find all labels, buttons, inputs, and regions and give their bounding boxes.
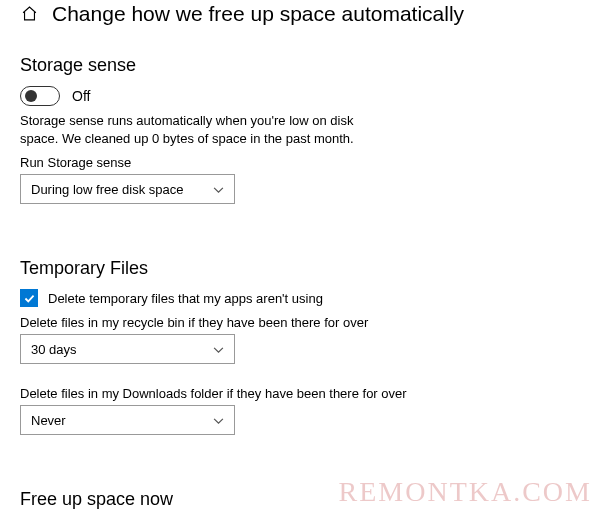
downloads-label: Delete files in my Downloads folder if t… — [20, 386, 580, 401]
delete-temp-files-checkbox[interactable] — [20, 289, 38, 307]
downloads-select[interactable]: Never — [20, 405, 235, 435]
chevron-down-icon — [213, 342, 224, 357]
delete-temp-files-label: Delete temporary files that my apps aren… — [48, 291, 323, 306]
home-icon[interactable] — [20, 5, 38, 23]
recycle-bin-select[interactable]: 30 days — [20, 334, 235, 364]
storage-sense-description: Storage sense runs automatically when yo… — [20, 112, 395, 147]
chevron-down-icon — [213, 182, 224, 197]
recycle-bin-value: 30 days — [31, 342, 77, 357]
page-title: Change how we free up space automaticall… — [52, 0, 464, 27]
storage-sense-toggle[interactable] — [20, 86, 60, 106]
run-storage-sense-value: During low free disk space — [31, 182, 183, 197]
section-heading-temp-files: Temporary Files — [20, 258, 580, 279]
recycle-bin-label: Delete files in my recycle bin if they h… — [20, 315, 580, 330]
run-storage-sense-select[interactable]: During low free disk space — [20, 174, 235, 204]
run-storage-sense-label: Run Storage sense — [20, 155, 580, 170]
storage-sense-toggle-label: Off — [72, 88, 90, 104]
section-heading-free-up: Free up space now — [20, 489, 580, 510]
section-heading-storage-sense: Storage sense — [20, 55, 580, 76]
chevron-down-icon — [213, 413, 224, 428]
downloads-value: Never — [31, 413, 66, 428]
